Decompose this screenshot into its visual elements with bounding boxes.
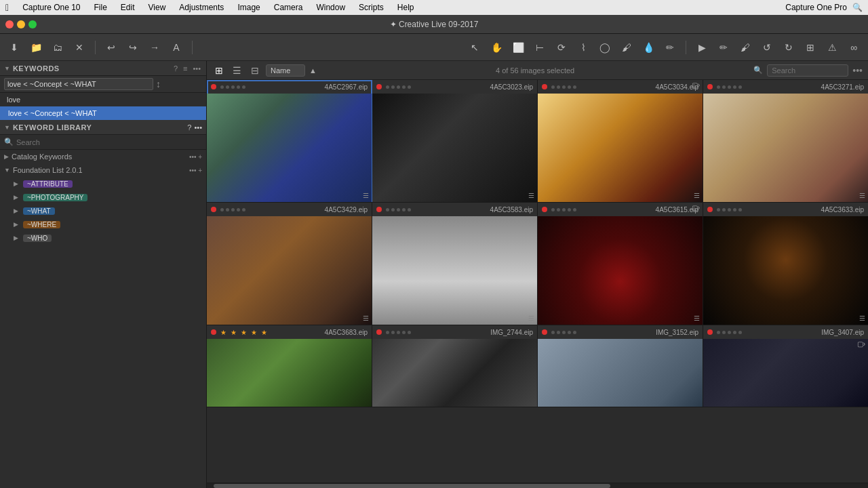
catalog-keywords-item[interactable]: ▶ Catalog Keywords ••• + [0, 150, 206, 163]
image-img3152[interactable] [538, 339, 703, 407]
kw-attribute-item[interactable]: ▶ ~ATTRIBUTE [0, 177, 206, 190]
grid-cell-4a5c3271[interactable]: 4A5C3271.eip ☰ [703, 80, 868, 202]
grid-cell-4a5c3034[interactable]: 4A5C3034.eip ▢› ☰ [538, 80, 703, 202]
menu-capture-one[interactable]: Capture One 10 [20, 3, 83, 12]
image-4a5c3683[interactable] [207, 339, 372, 407]
minimize-button[interactable] [17, 20, 25, 28]
kw-lib-help-icon[interactable]: ? [187, 123, 191, 131]
keywords-section-header[interactable]: ▼ KEYWORDS ? ≡ ••• [0, 61, 206, 76]
keywords-sort-icon[interactable]: ≡ [182, 64, 189, 73]
folder-button[interactable]: 📁 [27, 39, 45, 56]
sort-direction-icon[interactable]: ▲ [309, 66, 317, 75]
foundation-list-actions[interactable]: ••• + [189, 167, 202, 174]
image-4a5c3034[interactable] [538, 94, 703, 202]
cell-header-4a5c3034: 4A5C3034.eip [538, 80, 703, 94]
image-4a5c3615[interactable] [538, 216, 703, 325]
brush2-tool[interactable]: 🖌 [736, 39, 754, 56]
browser-more-icon[interactable]: ••• [852, 65, 863, 76]
delete-button[interactable]: ✕ [71, 39, 88, 56]
warning-button[interactable]: ⚠ [823, 39, 841, 56]
image-img3407[interactable] [703, 339, 868, 407]
loupe-button[interactable]: ∞ [845, 39, 863, 56]
sort-select[interactable]: Name [266, 64, 305, 77]
image-4a5c3633[interactable] [703, 216, 868, 325]
image-img2744[interactable] [372, 339, 537, 407]
keyword-tag-love[interactable]: love [4, 95, 23, 104]
eraser-tool[interactable]: ✏ [661, 39, 679, 56]
grid-cell-4a5c3615[interactable]: 4A5C3615.eip ▢› ☰ [538, 203, 703, 325]
dropper-tool[interactable]: 💧 [639, 39, 657, 56]
menu-window[interactable]: Window [313, 3, 348, 12]
menu-adjustments[interactable]: Adjustments [176, 3, 226, 12]
grid-cell-img3152[interactable]: IMG_3152.eip [538, 325, 703, 407]
menu-edit[interactable]: Edit [118, 3, 138, 12]
crop-tool[interactable]: ⬜ [509, 39, 527, 56]
list-view-toggle[interactable]: ☰ [230, 64, 244, 77]
keywords-more-icon[interactable]: ••• [191, 64, 202, 73]
pan-tool[interactable]: ✋ [488, 39, 505, 56]
grid-cell-4a5c3023[interactable]: 4A5C3023.eip ☰ [372, 80, 538, 202]
zoom-button[interactable] [28, 20, 37, 28]
undo-button[interactable]: ↩ [102, 39, 120, 56]
grid-cell-4a5c3683[interactable]: ★ ★ ★ ★ ★ 4A5C3683.eip [207, 325, 372, 407]
text-button[interactable]: A [167, 39, 185, 56]
import-button[interactable]: ⬇ [5, 39, 23, 56]
brush-tool[interactable]: 🖌 [618, 39, 635, 56]
grid-cell-img2744[interactable]: IMG_2744.eip [372, 325, 538, 407]
keyword-search-input[interactable] [16, 138, 202, 146]
keyword-input[interactable] [4, 78, 153, 90]
keyword-sort-icon[interactable]: ↕ [156, 79, 161, 89]
rotate-tool[interactable]: ⟳ [553, 39, 570, 56]
ruler-tool[interactable]: ⌇ [574, 39, 592, 56]
grid-cell-4a5c3429[interactable]: 4A5C3429.eip ☰ [207, 203, 372, 325]
search-icon[interactable]: 🔍 [852, 3, 863, 12]
grid-scrollbar[interactable] [207, 483, 868, 488]
menu-help[interactable]: Help [395, 3, 417, 12]
grid-view-button[interactable]: ⊞ [802, 39, 819, 56]
browser-search-input[interactable] [767, 64, 848, 77]
grid-view-toggle[interactable]: ⊞ [212, 64, 226, 77]
edit-button[interactable]: ✏ [715, 39, 732, 56]
grid-cell-4a5c3583[interactable]: 4A5C3583.eip ☰ [372, 203, 538, 325]
menu-image[interactable]: Image [235, 3, 262, 12]
cursor-tool[interactable]: ↖ [466, 39, 484, 56]
grid-cell-4a5c2967[interactable]: 4A5C2967.eip ☰ [207, 80, 372, 202]
kw-what-badge: ~WHAT [23, 207, 55, 215]
image-4a5c3429[interactable] [207, 216, 372, 325]
keywords-actions: ? ≡ ••• [172, 64, 202, 73]
circle-tool[interactable]: ◯ [596, 39, 614, 56]
kw-what-item[interactable]: ▶ ~WHAT [0, 204, 206, 218]
menu-view[interactable]: View [146, 3, 169, 12]
kw-who-badge: ~WHO [23, 235, 52, 242]
menu-file[interactable]: File [92, 3, 110, 12]
foundation-list-item[interactable]: ▼ Foundation List 2.0.1 ••• + [0, 163, 206, 177]
file-button[interactable]: 🗂 [49, 39, 66, 56]
grid-cell-4a5c3633[interactable]: 4A5C3633.eip ☰ [703, 203, 868, 325]
filmstrip-view-toggle[interactable]: ⊟ [248, 64, 262, 77]
kw-where-item[interactable]: ▶ ~WHERE [0, 218, 206, 231]
keywords-help-icon[interactable]: ? [172, 64, 179, 73]
image-4a5c3023[interactable] [372, 94, 537, 202]
straighten-tool[interactable]: ⊢ [531, 39, 549, 56]
cell-header-4a5c3023: 4A5C3023.eip [372, 80, 537, 94]
image-4a5c3271[interactable] [703, 94, 868, 202]
grid-scrollbar-thumb[interactable] [214, 484, 610, 488]
catalog-keywords-actions[interactable]: ••• + [189, 153, 202, 161]
refresh2-button[interactable]: ↻ [780, 39, 797, 56]
keyword-library-header[interactable]: ▼ KEYWORD LIBRARY ? ••• [0, 120, 206, 135]
process-button[interactable]: ▶ [693, 39, 711, 56]
close-button[interactable] [5, 20, 14, 28]
forward-button[interactable]: → [146, 39, 163, 56]
redo-button[interactable]: ↪ [124, 39, 142, 56]
image-4a5c2967[interactable] [207, 94, 372, 202]
kw-who-item[interactable]: ▶ ~WHO [0, 231, 206, 245]
kw-photography-item[interactable]: ▶ ~PHOTOGRAPHY [0, 190, 206, 204]
menu-camera[interactable]: Camera [271, 3, 306, 12]
cell-footer-4a5c3271: ☰ [859, 192, 865, 199]
grid-cell-img3407[interactable]: IMG_3407.eip ▢› [703, 325, 868, 407]
keyword-selected-row[interactable]: love < ~Concept < ~WHAT [0, 106, 206, 120]
image-4a5c3583[interactable] [372, 216, 537, 325]
kw-lib-more-icon[interactable]: ••• [194, 123, 202, 131]
refresh-button[interactable]: ↺ [758, 39, 776, 56]
menu-scripts[interactable]: Scripts [356, 3, 387, 12]
